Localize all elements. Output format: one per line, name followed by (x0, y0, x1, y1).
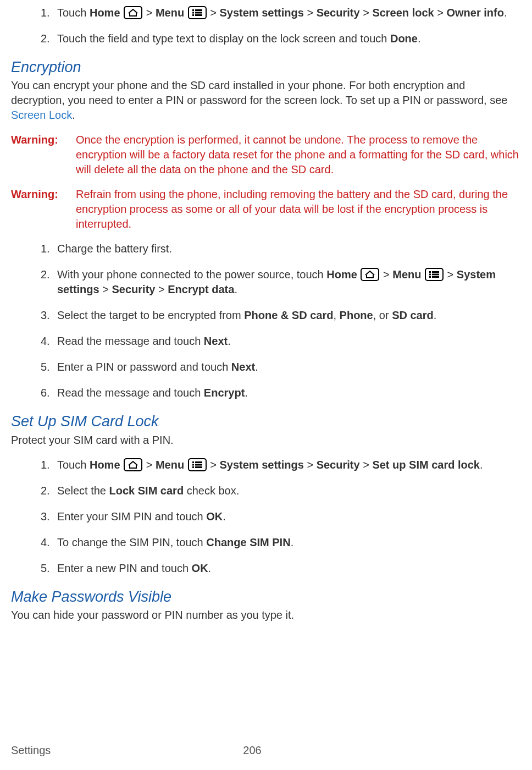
bold-text: Phone (340, 309, 373, 321)
text: > (207, 459, 220, 471)
list-body: Touch Home > Menu > System settings > Se… (57, 458, 521, 472)
sim-steps: 1.Touch Home > Menu > System settings > … (11, 458, 521, 576)
list-item: 5.Enter a new PIN and touch OK. (41, 561, 521, 576)
footer-section: Settings (11, 743, 51, 758)
encryption-intro-post: . (72, 109, 75, 121)
svg-rect-0 (192, 9, 194, 11)
footer: Settings 206 (11, 743, 521, 758)
home-icon (124, 458, 142, 471)
list-number: 5. (41, 360, 57, 375)
text: > (99, 283, 112, 295)
list-item: 1.Touch Home > Menu > System settings > … (41, 6, 521, 20)
list-item: 1.Touch Home > Menu > System settings > … (41, 458, 521, 472)
bold-text: Done (390, 32, 418, 45)
text: Touch (57, 7, 90, 19)
text (120, 7, 124, 19)
bold-text: Phone & SD card (244, 309, 333, 321)
heading-sim: Set Up SIM Card Lock (11, 411, 521, 431)
list-number: 4. (41, 535, 57, 550)
bold-text: Home (90, 459, 120, 471)
text: . (418, 32, 421, 45)
bold-text: Owner info (446, 7, 503, 19)
text: Enter a PIN or password and touch (57, 361, 231, 373)
text: Read the message and touch (57, 335, 204, 347)
text: > (143, 459, 156, 471)
warning: Warning:Once the encryption is performed… (11, 133, 521, 177)
text: . (228, 335, 231, 347)
text: Charge the battery first. (57, 243, 172, 255)
text: Select the (57, 485, 109, 497)
svg-rect-14 (192, 464, 194, 465)
text (184, 7, 187, 19)
menu-icon (188, 458, 207, 471)
bold-text: Home (90, 7, 120, 19)
svg-rect-10 (429, 276, 431, 278)
list-body: Select the Lock SIM card check box. (57, 483, 521, 498)
svg-rect-3 (195, 12, 202, 13)
bold-text: OK (206, 510, 223, 522)
list-body: Touch the field and type text to display… (57, 31, 521, 46)
list-number: 5. (41, 561, 57, 576)
list-item: 4.To change the SIM PIN, touch Change SI… (41, 535, 521, 550)
text: Select the target to be encrypted from (57, 309, 244, 321)
warnings: Warning:Once the encryption is performed… (11, 133, 521, 232)
text: > (444, 268, 457, 280)
bold-text: Set up SIM card lock (372, 459, 480, 471)
list-item: 2.With your phone connected to the power… (41, 267, 521, 297)
list-number: 3. (41, 308, 57, 323)
list-item: 5.Enter a PIN or password and touch Next… (41, 360, 521, 375)
list-item: 2.Touch the field and type text to displ… (41, 31, 521, 46)
list-item: 3.Select the target to be encrypted from… (41, 308, 521, 323)
svg-rect-17 (195, 466, 202, 468)
menu-icon (425, 268, 444, 281)
text: , or (373, 309, 392, 321)
bold-text: Menu (156, 7, 184, 19)
text: > (207, 7, 220, 19)
bold-text: SD card (392, 309, 434, 321)
text: check box. (184, 485, 239, 497)
text: > (143, 7, 156, 19)
list-body: Read the message and touch Next. (57, 334, 521, 349)
bold-text: Security (317, 7, 360, 19)
intro-steps: 1.Touch Home > Menu > System settings > … (11, 6, 521, 46)
svg-rect-4 (192, 14, 194, 16)
list-number: 2. (41, 483, 57, 498)
encryption-intro-pre: You can encrypt your phone and the SD ca… (11, 79, 507, 106)
bold-text: Menu (392, 268, 421, 280)
list-number: 1. (41, 458, 57, 472)
list-body: Charge the battery first. (57, 241, 521, 256)
svg-rect-13 (195, 461, 202, 463)
list-number: 1. (41, 6, 57, 20)
bold-text: Next (204, 335, 228, 347)
passwords-intro: You can hide your password or PIN number… (11, 608, 521, 623)
text: Enter a new PIN and touch (57, 562, 192, 574)
text: . (255, 361, 258, 373)
list-body: Enter your SIM PIN and touch OK. (57, 509, 521, 524)
bold-text: Menu (156, 459, 184, 471)
svg-rect-6 (429, 271, 431, 273)
text: Touch (57, 459, 90, 471)
text: > (304, 459, 317, 471)
text: . (480, 459, 483, 471)
bold-text: Security (317, 459, 360, 471)
text: . (434, 309, 437, 321)
home-icon (361, 268, 379, 281)
svg-rect-16 (192, 466, 194, 468)
encryption-steps: 1.Charge the battery first.2.With your p… (11, 241, 521, 400)
heading-passwords: Make Passwords Visible (11, 587, 521, 607)
list-body: Touch Home > Menu > System settings > Se… (57, 6, 521, 20)
svg-rect-7 (432, 271, 439, 273)
bold-text: Encrypt data (168, 283, 234, 295)
bold-text: System settings (219, 7, 303, 19)
svg-rect-1 (195, 9, 202, 11)
list-number: 3. (41, 509, 57, 524)
text: Enter your SIM PIN and touch (57, 510, 206, 522)
svg-rect-2 (192, 12, 194, 13)
text: > (434, 7, 447, 19)
link-screen-lock[interactable]: Screen Lock (11, 109, 72, 121)
list-item: 1.Charge the battery first. (41, 241, 521, 256)
svg-rect-11 (432, 276, 439, 278)
text: , (333, 309, 339, 321)
text: With your phone connected to the power s… (57, 268, 326, 280)
warning: Warning:Refrain from using the phone, in… (11, 187, 521, 232)
